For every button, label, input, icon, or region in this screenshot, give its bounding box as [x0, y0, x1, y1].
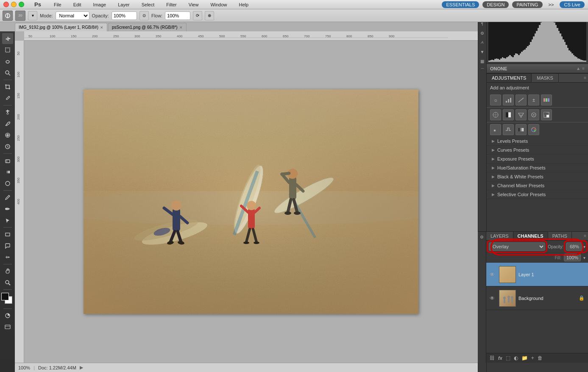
mode-select[interactable]: Normal Multiply Screen Overlay: [56, 11, 89, 20]
tool-pen[interactable]: [2, 192, 13, 203]
onone-collapse[interactable]: ▲: [576, 66, 580, 71]
cs-live-button[interactable]: CS Live: [560, 1, 585, 8]
tool-history[interactable]: [2, 141, 13, 152]
tool-marquee[interactable]: [2, 44, 13, 56]
color-swatches[interactable]: [1, 293, 14, 305]
adj-bw-icon[interactable]: [503, 109, 514, 120]
menu-edit[interactable]: Edit: [71, 1, 84, 8]
flow-icon[interactable]: ⟳: [193, 11, 202, 20]
tool-move[interactable]: [2, 33, 13, 44]
tool-dodge[interactable]: [2, 178, 13, 189]
tab-masks[interactable]: MASKS: [532, 74, 559, 82]
tool-eyedropper[interactable]: [2, 93, 13, 104]
preset-channel-mixer[interactable]: ▶ Channel Mixer Presets: [487, 181, 588, 190]
panel-icon-brush2[interactable]: ⌒: [479, 67, 486, 74]
opacity-value-input[interactable]: [566, 242, 583, 251]
tool-hand[interactable]: [2, 266, 13, 277]
status-arrow[interactable]: ▶: [80, 365, 83, 370]
nav-painting[interactable]: PAINTING: [512, 1, 542, 8]
menu-view[interactable]: View: [186, 1, 201, 8]
layer-fx-icon[interactable]: fx: [498, 355, 502, 361]
tool-path-select[interactable]: [2, 215, 13, 226]
preset-levels[interactable]: ▶ Levels Presets: [487, 137, 588, 146]
document-tab-1[interactable]: IMG_9192.jpg @ 100% (Layer 1, RGB/8#) ✕: [15, 23, 107, 31]
tab-adjustments[interactable]: ADJUSTMENTS: [487, 74, 532, 82]
opacity-stepper[interactable]: ▾: [583, 244, 585, 249]
document-tab-2[interactable]: psScreen1.png @ 66.7% (RGB/8*) ✕: [108, 23, 187, 31]
tool-type[interactable]: ✏: [2, 203, 13, 214]
adj-levels-icon[interactable]: [503, 94, 514, 105]
menu-select[interactable]: Select: [139, 1, 157, 8]
preset-curves[interactable]: ▶ Curves Presets: [487, 146, 588, 155]
menu-filter[interactable]: Filter: [164, 1, 179, 8]
adj-posterize-icon[interactable]: [490, 124, 501, 135]
panel-icon-down[interactable]: ▼: [479, 48, 486, 55]
tool-eraser[interactable]: [2, 155, 13, 166]
tool-preset-picker[interactable]: ▾: [28, 11, 37, 20]
panel-icon-grid[interactable]: ▦: [479, 58, 486, 64]
nav-more[interactable]: >>: [546, 1, 557, 8]
maximize-button[interactable]: [19, 2, 24, 7]
tool-clone[interactable]: [2, 130, 13, 141]
layers-tab-channels[interactable]: CHANNELS: [513, 232, 548, 240]
menu-layer[interactable]: Layer: [115, 1, 132, 8]
adj-selective-color-icon[interactable]: [528, 124, 539, 135]
tool-annotations[interactable]: [2, 240, 13, 251]
tool-crop[interactable]: [2, 81, 13, 92]
foreground-color[interactable]: [1, 293, 9, 300]
layers-tab-layers[interactable]: LAYERS: [486, 232, 513, 240]
fill-value-input[interactable]: [564, 254, 581, 261]
onone-tab[interactable]: ONONE ▲ ≡: [487, 64, 588, 73]
minimize-button[interactable]: [11, 2, 17, 7]
tool-quick-mask[interactable]: [2, 310, 13, 321]
tool-gradient[interactable]: [2, 167, 13, 178]
panel-icon-gear[interactable]: ⚙: [479, 30, 486, 36]
adj-brightness-icon[interactable]: ☼: [490, 94, 501, 105]
tool-lasso[interactable]: [2, 56, 13, 67]
adj-threshold-icon[interactable]: [503, 124, 514, 135]
nav-design[interactable]: DESIGN: [482, 1, 509, 8]
layer-folder-icon[interactable]: 📁: [521, 355, 528, 361]
menu-help[interactable]: Help: [237, 1, 251, 8]
layer-adj-icon[interactable]: ◐: [514, 355, 518, 361]
adj-colorbal-icon[interactable]: [516, 109, 527, 120]
tab1-close[interactable]: ✕: [100, 25, 103, 30]
layer-delete-icon[interactable]: 🗑: [538, 355, 543, 361]
close-button[interactable]: [3, 2, 9, 7]
adj-exposure-icon[interactable]: ±: [528, 94, 539, 105]
tablet-icon[interactable]: ⊕: [205, 11, 214, 20]
preset-bw[interactable]: ▶ Black & White Presets: [487, 172, 588, 181]
preset-exposure[interactable]: ▶ Exposure Presets: [487, 155, 588, 164]
tool-quick-select[interactable]: [2, 67, 13, 78]
fill-stepper[interactable]: ▾: [583, 255, 585, 260]
nav-essentials[interactable]: ESSENTIALS: [442, 1, 479, 8]
preset-selective-color[interactable]: ▶ Selective Color Presets: [487, 190, 588, 199]
layer-mask-icon[interactable]: ⬚: [506, 355, 510, 361]
adj-gradient-map-icon[interactable]: [516, 124, 527, 135]
tool-measure[interactable]: [2, 252, 13, 263]
tool-screen-mode[interactable]: [2, 322, 13, 333]
menu-image[interactable]: Image: [91, 1, 109, 8]
tool-zoom[interactable]: [2, 277, 13, 288]
tool-brush[interactable]: [2, 118, 13, 129]
panel-icon-type[interactable]: A: [479, 39, 486, 46]
tool-shape[interactable]: [2, 229, 13, 240]
layer1-visibility[interactable]: 👁: [490, 272, 495, 278]
layers-panel-menu[interactable]: ≡: [582, 232, 588, 240]
layer-item-background[interactable]: 👁 Background 🔒: [486, 286, 588, 310]
blend-mode-select[interactable]: Overlay Normal Multiply Screen: [489, 242, 545, 251]
layer-new-icon[interactable]: +: [531, 355, 534, 361]
opacity-input[interactable]: [111, 11, 137, 20]
adj-vibrance-icon[interactable]: [541, 94, 552, 105]
adj-invert-icon[interactable]: [541, 109, 552, 120]
menu-file[interactable]: File: [51, 1, 64, 8]
airbrush-icon[interactable]: ⊙: [139, 11, 149, 20]
menu-window[interactable]: Window: [208, 1, 229, 8]
preset-hue-saturation[interactable]: ▶ Hue/Saturation Presets: [487, 164, 588, 172]
layers-side-icon-settings[interactable]: ⚙: [479, 233, 485, 240]
layers-tab-paths[interactable]: PATHS: [548, 232, 572, 240]
layer-link-icon[interactable]: ⛓: [490, 355, 495, 361]
layer-item-layer1[interactable]: 👁 Layer 1: [486, 263, 588, 286]
tab2-close[interactable]: ✕: [179, 25, 183, 30]
adj-photo-filter-icon[interactable]: [528, 109, 539, 120]
